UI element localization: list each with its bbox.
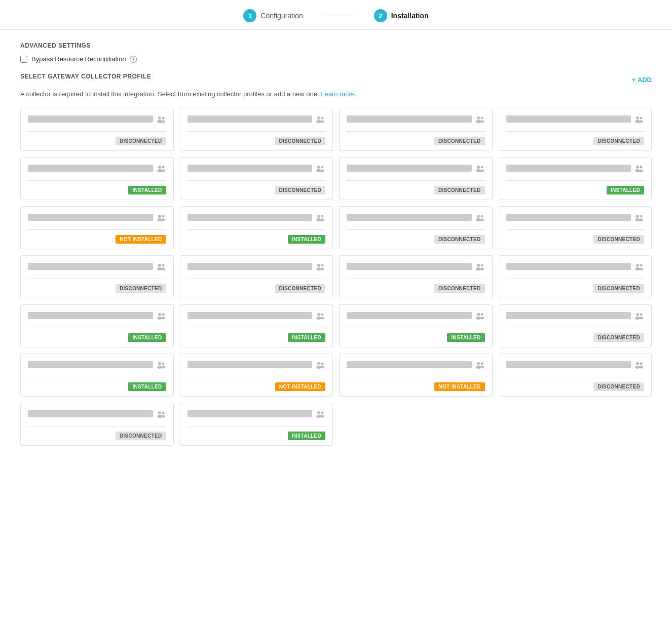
collector-card[interactable]: DISCONNECTED bbox=[499, 206, 652, 249]
card-top bbox=[506, 165, 645, 175]
card-divider bbox=[506, 377, 645, 377]
card-people-icon bbox=[634, 165, 644, 175]
svg-point-90 bbox=[480, 363, 483, 365]
svg-point-75 bbox=[480, 317, 484, 320]
wizard-step-2[interactable]: 2 Installation bbox=[374, 9, 429, 22]
svg-point-83 bbox=[161, 366, 165, 369]
collector-card[interactable]: INSTALLED bbox=[20, 354, 174, 397]
card-name bbox=[188, 263, 313, 270]
status-badge: DISCONNECTED bbox=[593, 284, 644, 293]
page-wrapper: 1 Configuration 2 Installation ADVANCED … bbox=[0, 0, 672, 624]
card-people-icon bbox=[475, 165, 485, 175]
collector-card[interactable]: DISCONNECTED bbox=[499, 354, 652, 397]
svg-point-46 bbox=[640, 215, 643, 218]
card-people-icon bbox=[475, 361, 485, 372]
card-footer: INSTALLED bbox=[506, 186, 645, 194]
collector-card[interactable]: INSTALLED bbox=[180, 206, 333, 249]
card-top bbox=[347, 214, 485, 224]
card-divider bbox=[506, 229, 645, 230]
svg-point-60 bbox=[636, 264, 639, 267]
wizard-step-1[interactable]: 1 Configuration bbox=[243, 9, 303, 22]
card-people-icon bbox=[156, 165, 166, 175]
status-badge: DISCONNECTED bbox=[116, 137, 166, 145]
collector-card[interactable]: DISCONNECTED bbox=[20, 108, 174, 151]
collector-card[interactable]: DISCONNECTED bbox=[499, 255, 652, 298]
card-top bbox=[188, 165, 326, 175]
svg-point-72 bbox=[477, 313, 480, 316]
collector-card[interactable]: INSTALLED bbox=[180, 304, 333, 347]
card-top bbox=[28, 361, 166, 372]
add-collector-button[interactable]: + ADD bbox=[632, 76, 652, 84]
collector-card[interactable]: INSTALLED bbox=[339, 304, 493, 347]
svg-point-98 bbox=[162, 412, 164, 414]
collector-card[interactable]: DISCONNECTED bbox=[339, 255, 493, 298]
collector-card[interactable]: DISCONNECTED bbox=[180, 108, 333, 151]
collector-card[interactable]: NOT INSTALLED bbox=[339, 354, 493, 397]
collector-card[interactable]: NOT INSTALLED bbox=[20, 206, 174, 249]
card-footer: DISCONNECTED bbox=[28, 284, 166, 293]
learn-more-link[interactable]: Learn more. bbox=[321, 90, 356, 98]
card-top bbox=[347, 263, 485, 274]
svg-point-48 bbox=[158, 264, 161, 267]
collector-card[interactable]: DISCONNECTED bbox=[339, 108, 493, 151]
collector-card[interactable]: INSTALLED bbox=[499, 157, 652, 200]
svg-point-16 bbox=[158, 166, 161, 169]
svg-point-42 bbox=[480, 215, 483, 218]
svg-point-56 bbox=[477, 264, 480, 267]
card-divider bbox=[188, 131, 326, 132]
collector-card[interactable]: INSTALLED bbox=[20, 157, 174, 200]
collector-card[interactable]: DISCONNECTED bbox=[499, 108, 652, 151]
card-name bbox=[188, 115, 313, 123]
svg-point-64 bbox=[158, 313, 161, 316]
info-icon[interactable]: i bbox=[130, 56, 137, 63]
card-name bbox=[188, 214, 313, 221]
svg-point-36 bbox=[317, 215, 320, 218]
collector-card[interactable]: INSTALLED bbox=[20, 304, 174, 347]
collector-card[interactable]: INSTALLED bbox=[180, 403, 333, 446]
collector-card[interactable]: DISCONNECTED bbox=[339, 157, 493, 200]
status-badge: INSTALLED bbox=[447, 333, 484, 342]
card-footer: INSTALLED bbox=[188, 235, 326, 244]
collector-card[interactable]: DISCONNECTED bbox=[180, 255, 333, 298]
card-top bbox=[28, 214, 166, 224]
status-badge: INSTALLED bbox=[288, 432, 325, 440]
bypass-label: Bypass Resource Reconciliation bbox=[31, 55, 126, 63]
svg-point-80 bbox=[158, 362, 161, 365]
card-people-icon bbox=[634, 361, 644, 372]
svg-point-7 bbox=[320, 121, 324, 123]
status-badge: INSTALLED bbox=[288, 235, 325, 244]
svg-point-43 bbox=[480, 219, 484, 221]
svg-point-19 bbox=[161, 170, 165, 172]
svg-point-95 bbox=[639, 366, 643, 369]
collector-card[interactable]: DISCONNECTED bbox=[499, 304, 652, 347]
card-divider bbox=[347, 180, 485, 181]
status-badge: INSTALLED bbox=[128, 382, 166, 391]
card-people-icon bbox=[634, 115, 644, 126]
status-badge: DISCONNECTED bbox=[116, 284, 166, 293]
svg-point-0 bbox=[158, 116, 161, 120]
collector-card[interactable]: DISCONNECTED bbox=[180, 157, 333, 200]
card-top bbox=[28, 312, 166, 323]
card-top bbox=[28, 263, 166, 274]
bypass-checkbox[interactable] bbox=[20, 56, 27, 63]
card-people-icon bbox=[315, 361, 325, 372]
card-footer: NOT INSTALLED bbox=[28, 235, 166, 244]
svg-point-40 bbox=[477, 215, 480, 218]
svg-point-4 bbox=[317, 116, 320, 120]
status-badge: INSTALLED bbox=[288, 333, 325, 342]
collector-card[interactable]: DISCONNECTED bbox=[20, 403, 174, 446]
svg-point-84 bbox=[317, 362, 320, 365]
card-divider bbox=[347, 328, 485, 328]
card-footer: INSTALLED bbox=[28, 382, 166, 391]
collector-card[interactable]: DISCONNECTED bbox=[20, 255, 174, 298]
card-people-icon bbox=[475, 312, 485, 323]
card-footer: INSTALLED bbox=[188, 333, 326, 342]
step-2-circle: 2 bbox=[374, 9, 387, 22]
collector-card[interactable]: NOT INSTALLED bbox=[180, 354, 333, 397]
collector-card[interactable]: DISCONNECTED bbox=[339, 206, 493, 249]
status-badge: DISCONNECTED bbox=[434, 235, 485, 244]
card-name bbox=[188, 165, 313, 172]
card-footer: DISCONNECTED bbox=[188, 186, 326, 194]
card-footer: DISCONNECTED bbox=[506, 382, 645, 391]
svg-point-47 bbox=[639, 219, 643, 221]
